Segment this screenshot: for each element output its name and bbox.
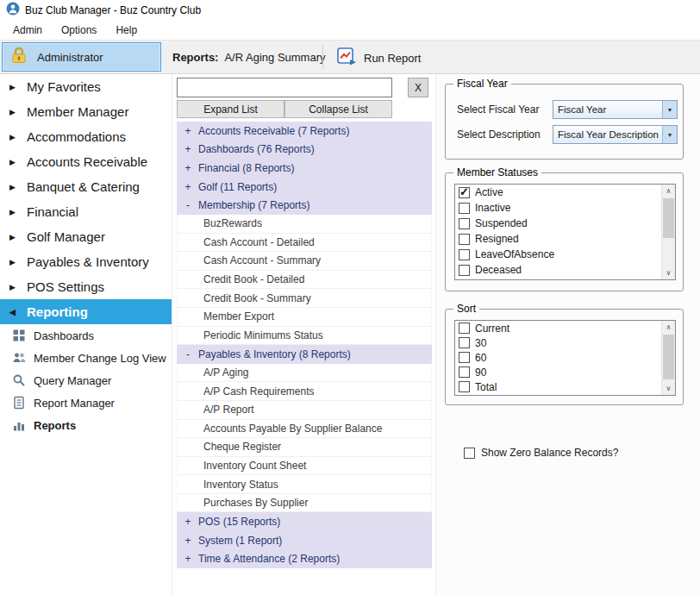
sidebar-item-accommodations[interactable]: Accommodations bbox=[0, 124, 172, 149]
tree-category[interactable]: +Dashboards (76 Reports) bbox=[177, 141, 432, 160]
tree-report-item[interactable]: A/P Cash Requirements bbox=[177, 382, 432, 401]
tree-report-label: Cash Account - Detailed bbox=[203, 236, 315, 248]
checkbox-icon[interactable] bbox=[459, 381, 470, 392]
scroll-down-icon[interactable] bbox=[662, 382, 675, 395]
sidebar-item-reporting[interactable]: Reporting bbox=[0, 299, 172, 324]
checkbox-icon[interactable] bbox=[459, 203, 470, 214]
tree-category[interactable]: +Accounts Receivable (7 Reports) bbox=[177, 122, 432, 141]
sidebar-item-financial[interactable]: Financial bbox=[0, 199, 172, 224]
member-statuses-scrollbar[interactable] bbox=[661, 185, 675, 279]
sort-option-60[interactable]: 60 bbox=[455, 350, 675, 365]
chevron-down-icon[interactable] bbox=[662, 101, 677, 118]
chevron-down-icon[interactable] bbox=[662, 126, 677, 143]
tree-report-label: Member Export bbox=[203, 310, 274, 323]
administrator-button[interactable]: Administrator bbox=[2, 42, 161, 72]
tree-category[interactable]: +Financial (8 Reports) bbox=[177, 159, 432, 178]
menu-admin[interactable]: Admin bbox=[3, 22, 52, 39]
chevron-right-icon bbox=[9, 158, 19, 166]
scrollbar-thumb[interactable] bbox=[663, 198, 674, 238]
checkbox-icon[interactable] bbox=[459, 218, 470, 229]
app-window: Buz Club Manager - Buz Country Club Admi… bbox=[0, 0, 700, 595]
scrollbar-thumb[interactable] bbox=[663, 335, 674, 379]
tree-report-item[interactable]: A/P Aging bbox=[177, 364, 432, 383]
sidebar-item-payables-inventory[interactable]: Payables & Inventory bbox=[0, 249, 172, 274]
tree-report-item[interactable]: A/P Report bbox=[177, 401, 432, 420]
checkbox-icon[interactable] bbox=[459, 187, 470, 198]
fiscal-year-dropdown[interactable]: Fiscal Year bbox=[553, 100, 678, 119]
scroll-down-icon[interactable] bbox=[662, 266, 675, 279]
tree-report-item[interactable]: Credit Book - Summary bbox=[177, 289, 432, 308]
sidebar-subitem-dashboards[interactable]: Dashboards bbox=[0, 324, 172, 347]
app-icon bbox=[6, 2, 20, 19]
sort-option-30[interactable]: 30 bbox=[455, 335, 675, 350]
sidebar-item-golf-manager[interactable]: Golf Manager bbox=[0, 224, 172, 249]
menu-options[interactable]: Options bbox=[52, 22, 106, 39]
tree-report-item[interactable]: Inventory Status bbox=[177, 475, 432, 494]
checkbox-icon[interactable] bbox=[464, 448, 475, 459]
sort-option-90[interactable]: 90 bbox=[455, 365, 675, 379]
sidebar-item-my-favorites[interactable]: My Favorites bbox=[0, 74, 172, 99]
tree-category[interactable]: -Payables & Inventory (8 Reports) bbox=[177, 345, 432, 364]
tree-report-item[interactable]: Credit Book - Detailed bbox=[177, 271, 432, 290]
tree-expand-sign[interactable]: + bbox=[184, 535, 191, 547]
menu-help[interactable]: Help bbox=[106, 22, 147, 39]
status-option-resigned[interactable]: Resigned bbox=[455, 231, 675, 247]
checkbox-icon[interactable] bbox=[459, 366, 470, 378]
sidebar-subitem-reports[interactable]: Reports bbox=[0, 414, 172, 436]
sort-option-total[interactable]: Total bbox=[455, 379, 675, 394]
checkbox-icon[interactable] bbox=[459, 323, 470, 334]
sidebar-item-accounts-receivable[interactable]: Accounts Receivable bbox=[0, 149, 172, 174]
tree-category[interactable]: +POS (15 Reports) bbox=[177, 512, 432, 531]
tree-report-item[interactable]: Member Export bbox=[177, 308, 432, 327]
status-option-active[interactable]: Active bbox=[455, 185, 675, 200]
tree-expand-sign[interactable]: + bbox=[184, 516, 191, 528]
tree-expand-sign[interactable]: + bbox=[184, 143, 191, 155]
scroll-up-icon[interactable] bbox=[662, 185, 675, 197]
scroll-up-icon[interactable] bbox=[662, 321, 675, 334]
tree-report-item[interactable]: Cheque Register bbox=[177, 438, 432, 457]
sidebar-subitem-query-manager[interactable]: Query Manager bbox=[0, 369, 172, 391]
checkbox-icon[interactable] bbox=[459, 352, 470, 363]
tree-report-item[interactable]: Cash Account - Detailed bbox=[177, 234, 432, 253]
tree-collapse-sign[interactable]: - bbox=[184, 199, 191, 211]
tree-expand-sign[interactable]: + bbox=[184, 181, 191, 193]
status-option-leaveofabsence[interactable]: LeaveOfAbsence bbox=[455, 247, 675, 262]
tree-expand-sign[interactable]: + bbox=[184, 162, 191, 174]
tree-category[interactable]: +System (1 Report) bbox=[177, 531, 432, 550]
show-zero-balance-row[interactable]: Show Zero Balance Records? bbox=[464, 447, 618, 459]
tree-collapse-sign[interactable]: - bbox=[184, 348, 191, 360]
status-option-suspended[interactable]: Suspended bbox=[455, 216, 675, 231]
status-option-inactive[interactable]: Inactive bbox=[455, 200, 675, 216]
tree-report-item[interactable]: Periodic Minimums Status bbox=[177, 327, 432, 346]
sidebar-item-banquet-catering[interactable]: Banquet & Catering bbox=[0, 174, 172, 199]
tree-report-item[interactable]: Purchases By Supplier bbox=[177, 494, 432, 513]
tree-expand-sign[interactable]: + bbox=[184, 553, 191, 565]
tree-category[interactable]: -Membership (7 Reports) bbox=[177, 196, 432, 215]
tree-expand-sign[interactable]: + bbox=[184, 125, 191, 137]
sort-option-current[interactable]: Current bbox=[455, 321, 675, 335]
tree-category[interactable]: +Time & Attendance (2 Reports) bbox=[177, 550, 432, 569]
tree-report-item[interactable]: Accounts Payable By Supplier Balance bbox=[177, 420, 432, 439]
report-search-input[interactable] bbox=[177, 78, 392, 97]
collapse-list-button[interactable]: Collapse List bbox=[284, 100, 392, 118]
tree-category[interactable]: +Golf (11 Reports) bbox=[177, 178, 432, 197]
tree-report-item[interactable]: BuzRewards bbox=[177, 215, 432, 234]
checkbox-icon[interactable] bbox=[459, 234, 470, 245]
sidebar-item-member-manager[interactable]: Member Manager bbox=[0, 99, 172, 124]
sidebar-subitem-member-change-log-view[interactable]: Member Change Log View bbox=[0, 347, 172, 369]
checkbox-icon[interactable] bbox=[459, 337, 470, 348]
sidebar-subitem-report-manager[interactable]: Report Manager bbox=[0, 391, 172, 414]
checkbox-icon[interactable] bbox=[459, 265, 470, 276]
run-report-button[interactable]: Run Report bbox=[328, 43, 428, 72]
clear-search-button[interactable]: X bbox=[408, 78, 428, 97]
sidebar-item-pos-settings[interactable]: POS Settings bbox=[0, 274, 172, 299]
fiscal-year-description-dropdown[interactable]: Fiscal Year Description bbox=[553, 125, 678, 144]
tree-report-item[interactable]: Inventory Count Sheet bbox=[177, 457, 432, 476]
sort-scrollbar[interactable] bbox=[661, 321, 675, 395]
expand-list-button[interactable]: Expand List bbox=[177, 100, 284, 118]
sidebar-subitem-label: Query Manager bbox=[34, 374, 111, 387]
tree-report-item[interactable]: Cash Account - Summary bbox=[177, 252, 432, 271]
status-option-deceased[interactable]: Deceased bbox=[455, 262, 675, 278]
tree-category-label: POS (15 Reports) bbox=[198, 516, 280, 528]
checkbox-icon[interactable] bbox=[459, 249, 470, 260]
